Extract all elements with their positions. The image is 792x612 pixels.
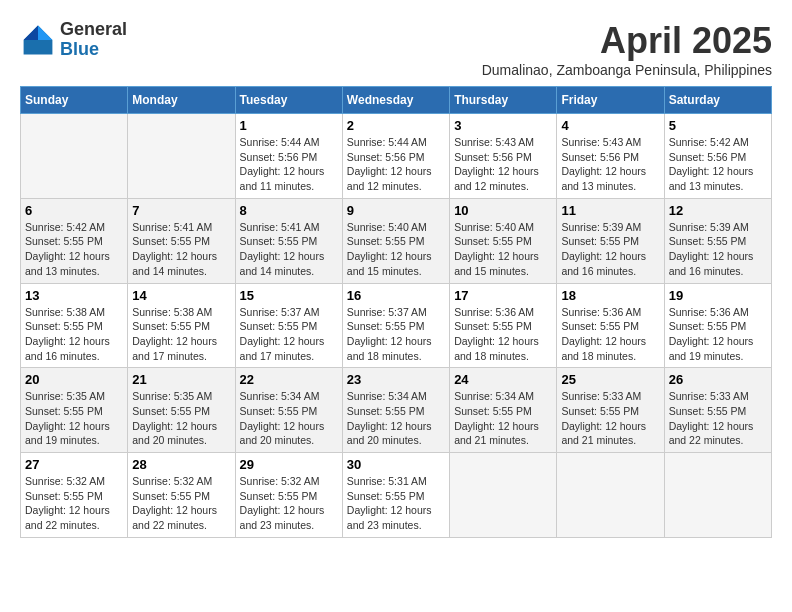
day-number: 28 bbox=[132, 457, 230, 472]
day-number: 25 bbox=[561, 372, 659, 387]
calendar-cell: 25Sunrise: 5:33 AMSunset: 5:55 PMDayligh… bbox=[557, 368, 664, 453]
day-info: Sunrise: 5:34 AMSunset: 5:55 PMDaylight:… bbox=[454, 389, 552, 448]
calendar-cell: 18Sunrise: 5:36 AMSunset: 5:55 PMDayligh… bbox=[557, 283, 664, 368]
calendar-week-1: 1Sunrise: 5:44 AMSunset: 5:56 PMDaylight… bbox=[21, 114, 772, 199]
day-number: 4 bbox=[561, 118, 659, 133]
month-title: April 2025 bbox=[482, 20, 772, 62]
day-number: 1 bbox=[240, 118, 338, 133]
day-info: Sunrise: 5:40 AMSunset: 5:55 PMDaylight:… bbox=[347, 220, 445, 279]
day-info: Sunrise: 5:36 AMSunset: 5:55 PMDaylight:… bbox=[454, 305, 552, 364]
calendar-cell: 26Sunrise: 5:33 AMSunset: 5:55 PMDayligh… bbox=[664, 368, 771, 453]
calendar-cell: 6Sunrise: 5:42 AMSunset: 5:55 PMDaylight… bbox=[21, 198, 128, 283]
day-number: 8 bbox=[240, 203, 338, 218]
day-number: 16 bbox=[347, 288, 445, 303]
day-info: Sunrise: 5:34 AMSunset: 5:55 PMDaylight:… bbox=[240, 389, 338, 448]
calendar-cell: 9Sunrise: 5:40 AMSunset: 5:55 PMDaylight… bbox=[342, 198, 449, 283]
logo-icon bbox=[20, 22, 56, 58]
calendar-cell: 7Sunrise: 5:41 AMSunset: 5:55 PMDaylight… bbox=[128, 198, 235, 283]
calendar-cell: 5Sunrise: 5:42 AMSunset: 5:56 PMDaylight… bbox=[664, 114, 771, 199]
calendar-cell: 23Sunrise: 5:34 AMSunset: 5:55 PMDayligh… bbox=[342, 368, 449, 453]
calendar-cell: 27Sunrise: 5:32 AMSunset: 5:55 PMDayligh… bbox=[21, 453, 128, 538]
column-header-wednesday: Wednesday bbox=[342, 87, 449, 114]
calendar-cell bbox=[664, 453, 771, 538]
page-header: General Blue April 2025 Dumalinao, Zambo… bbox=[20, 20, 772, 78]
day-info: Sunrise: 5:32 AMSunset: 5:55 PMDaylight:… bbox=[240, 474, 338, 533]
location-subtitle: Dumalinao, Zamboanga Peninsula, Philippi… bbox=[482, 62, 772, 78]
day-info: Sunrise: 5:42 AMSunset: 5:56 PMDaylight:… bbox=[669, 135, 767, 194]
calendar-cell: 24Sunrise: 5:34 AMSunset: 5:55 PMDayligh… bbox=[450, 368, 557, 453]
calendar-cell: 21Sunrise: 5:35 AMSunset: 5:55 PMDayligh… bbox=[128, 368, 235, 453]
day-info: Sunrise: 5:35 AMSunset: 5:55 PMDaylight:… bbox=[25, 389, 123, 448]
day-info: Sunrise: 5:36 AMSunset: 5:55 PMDaylight:… bbox=[561, 305, 659, 364]
day-info: Sunrise: 5:41 AMSunset: 5:55 PMDaylight:… bbox=[132, 220, 230, 279]
calendar-week-5: 27Sunrise: 5:32 AMSunset: 5:55 PMDayligh… bbox=[21, 453, 772, 538]
column-header-friday: Friday bbox=[557, 87, 664, 114]
column-header-thursday: Thursday bbox=[450, 87, 557, 114]
day-info: Sunrise: 5:37 AMSunset: 5:55 PMDaylight:… bbox=[347, 305, 445, 364]
day-number: 27 bbox=[25, 457, 123, 472]
calendar-cell: 11Sunrise: 5:39 AMSunset: 5:55 PMDayligh… bbox=[557, 198, 664, 283]
day-number: 5 bbox=[669, 118, 767, 133]
column-header-tuesday: Tuesday bbox=[235, 87, 342, 114]
calendar-week-4: 20Sunrise: 5:35 AMSunset: 5:55 PMDayligh… bbox=[21, 368, 772, 453]
logo-text: General Blue bbox=[60, 20, 127, 60]
day-number: 12 bbox=[669, 203, 767, 218]
day-info: Sunrise: 5:44 AMSunset: 5:56 PMDaylight:… bbox=[240, 135, 338, 194]
calendar-cell: 30Sunrise: 5:31 AMSunset: 5:55 PMDayligh… bbox=[342, 453, 449, 538]
calendar-cell: 17Sunrise: 5:36 AMSunset: 5:55 PMDayligh… bbox=[450, 283, 557, 368]
calendar-cell: 16Sunrise: 5:37 AMSunset: 5:55 PMDayligh… bbox=[342, 283, 449, 368]
day-info: Sunrise: 5:42 AMSunset: 5:55 PMDaylight:… bbox=[25, 220, 123, 279]
calendar-cell: 10Sunrise: 5:40 AMSunset: 5:55 PMDayligh… bbox=[450, 198, 557, 283]
day-info: Sunrise: 5:44 AMSunset: 5:56 PMDaylight:… bbox=[347, 135, 445, 194]
column-header-sunday: Sunday bbox=[21, 87, 128, 114]
day-number: 19 bbox=[669, 288, 767, 303]
calendar-cell: 12Sunrise: 5:39 AMSunset: 5:55 PMDayligh… bbox=[664, 198, 771, 283]
calendar-cell: 14Sunrise: 5:38 AMSunset: 5:55 PMDayligh… bbox=[128, 283, 235, 368]
calendar-cell bbox=[128, 114, 235, 199]
day-info: Sunrise: 5:32 AMSunset: 5:55 PMDaylight:… bbox=[25, 474, 123, 533]
day-number: 9 bbox=[347, 203, 445, 218]
day-info: Sunrise: 5:38 AMSunset: 5:55 PMDaylight:… bbox=[25, 305, 123, 364]
logo: General Blue bbox=[20, 20, 127, 60]
day-info: Sunrise: 5:37 AMSunset: 5:55 PMDaylight:… bbox=[240, 305, 338, 364]
day-number: 17 bbox=[454, 288, 552, 303]
day-number: 14 bbox=[132, 288, 230, 303]
column-header-saturday: Saturday bbox=[664, 87, 771, 114]
calendar-table: SundayMondayTuesdayWednesdayThursdayFrid… bbox=[20, 86, 772, 538]
svg-marker-2 bbox=[24, 25, 38, 39]
day-info: Sunrise: 5:35 AMSunset: 5:55 PMDaylight:… bbox=[132, 389, 230, 448]
calendar-cell: 20Sunrise: 5:35 AMSunset: 5:55 PMDayligh… bbox=[21, 368, 128, 453]
calendar-header-row: SundayMondayTuesdayWednesdayThursdayFrid… bbox=[21, 87, 772, 114]
day-number: 11 bbox=[561, 203, 659, 218]
day-info: Sunrise: 5:38 AMSunset: 5:55 PMDaylight:… bbox=[132, 305, 230, 364]
calendar-cell: 15Sunrise: 5:37 AMSunset: 5:55 PMDayligh… bbox=[235, 283, 342, 368]
day-number: 24 bbox=[454, 372, 552, 387]
day-number: 2 bbox=[347, 118, 445, 133]
day-info: Sunrise: 5:39 AMSunset: 5:55 PMDaylight:… bbox=[561, 220, 659, 279]
day-info: Sunrise: 5:40 AMSunset: 5:55 PMDaylight:… bbox=[454, 220, 552, 279]
day-number: 13 bbox=[25, 288, 123, 303]
calendar-cell: 2Sunrise: 5:44 AMSunset: 5:56 PMDaylight… bbox=[342, 114, 449, 199]
logo-general-text: General bbox=[60, 20, 127, 40]
day-info: Sunrise: 5:36 AMSunset: 5:55 PMDaylight:… bbox=[669, 305, 767, 364]
calendar-week-2: 6Sunrise: 5:42 AMSunset: 5:55 PMDaylight… bbox=[21, 198, 772, 283]
day-info: Sunrise: 5:33 AMSunset: 5:55 PMDaylight:… bbox=[561, 389, 659, 448]
calendar-cell bbox=[450, 453, 557, 538]
calendar-cell: 29Sunrise: 5:32 AMSunset: 5:55 PMDayligh… bbox=[235, 453, 342, 538]
day-info: Sunrise: 5:43 AMSunset: 5:56 PMDaylight:… bbox=[454, 135, 552, 194]
day-number: 23 bbox=[347, 372, 445, 387]
calendar-week-3: 13Sunrise: 5:38 AMSunset: 5:55 PMDayligh… bbox=[21, 283, 772, 368]
day-number: 20 bbox=[25, 372, 123, 387]
day-info: Sunrise: 5:31 AMSunset: 5:55 PMDaylight:… bbox=[347, 474, 445, 533]
svg-marker-1 bbox=[38, 25, 52, 39]
day-number: 3 bbox=[454, 118, 552, 133]
day-number: 21 bbox=[132, 372, 230, 387]
day-number: 26 bbox=[669, 372, 767, 387]
day-number: 29 bbox=[240, 457, 338, 472]
day-info: Sunrise: 5:32 AMSunset: 5:55 PMDaylight:… bbox=[132, 474, 230, 533]
day-number: 15 bbox=[240, 288, 338, 303]
day-info: Sunrise: 5:43 AMSunset: 5:56 PMDaylight:… bbox=[561, 135, 659, 194]
logo-blue-text: Blue bbox=[60, 40, 127, 60]
day-info: Sunrise: 5:33 AMSunset: 5:55 PMDaylight:… bbox=[669, 389, 767, 448]
calendar-cell: 1Sunrise: 5:44 AMSunset: 5:56 PMDaylight… bbox=[235, 114, 342, 199]
